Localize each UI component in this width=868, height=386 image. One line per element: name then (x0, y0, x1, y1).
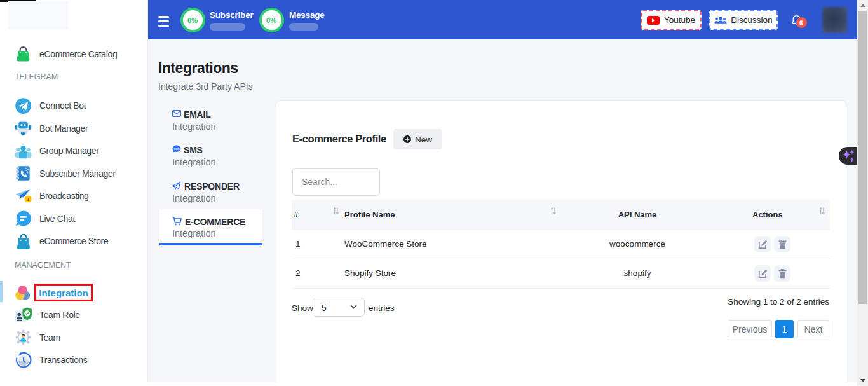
svg-text:SMS: SMS (173, 148, 179, 151)
svg-text:1: 1 (27, 196, 30, 202)
